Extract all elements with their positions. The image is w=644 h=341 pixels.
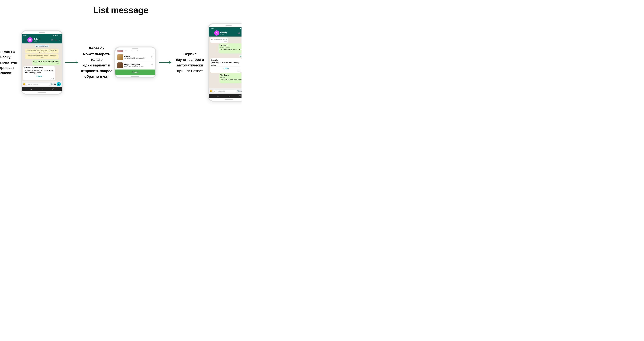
main-content: Нажимая на кнопку, пользователь открывае… [3,23,238,101]
gb3-subtitle: Cupcake [220,77,242,78]
message-input-1[interactable]: Type a message [26,83,50,86]
phone-bottom-bar-3 [209,98,242,101]
status-bar-3: 10:49 ▲▲ WiFi ■ [209,27,242,29]
status-bar-1: 10:47 ▲▲ WiFi ■ [22,34,62,36]
emoji-icon-3: 😊 [210,90,212,92]
wa-bubble-2: Cupcake! Tap to choose from one of the f… [210,58,242,73]
menu-label-1: Menu [38,75,42,77]
input-bar-1: 😊 Type a message 📎 📷 🎤 [22,81,62,87]
nav-bar-3: ◄ ○ □ [209,94,242,98]
svg-marker-1 [76,61,78,64]
nav-back-3: ◄ [217,95,219,97]
left-description: Нажимая на кнопку, пользователь открывае… [0,49,18,76]
bubble-body-1: To begin tap Menu and choose from one of… [24,70,53,74]
video-icon-3: 📹 [238,32,240,34]
chat-status-1: online [34,40,50,42]
video-icon-1: 📹 [51,39,53,41]
nav-square-1: □ [52,88,54,90]
green-bubble-1: The Cakery Choose a dessert Let us know … [218,43,242,53]
svg-marker-3 [169,61,172,64]
gb3-title: The Cakery [220,74,242,76]
list-item[interactable]: Original Doughnut Our classic sweetened … [116,61,154,69]
modal-send-btn[interactable]: SEND [115,69,155,75]
chat-area-3: one of the following options 10:47 The C… [209,36,242,88]
item-img-doughnut [117,62,123,68]
menu-label-3: Menu [224,67,228,69]
avatar-3: C [214,30,219,35]
nav-home-1: ○ [42,88,43,90]
bubble-time-1: 10:47 [24,78,54,80]
phone-top-bar-1 [22,31,62,34]
modal-list-2: Macaron Handcrafted from scratch Cupcake… [115,50,155,69]
modal-overlay-2: ✕ Dessert Macaron Handcrafted from scrat… [115,50,155,75]
mic-btn-1[interactable]: 🎤 [57,82,61,86]
item-img-cookie [117,54,123,60]
chat-name-3: Cakery [220,31,236,33]
home-bar-3 [224,99,233,100]
phone-2: 10:47 ▲▲ WiFi ■ ← C Cakery online 📹 📞 ⋮ [114,46,156,78]
nav-square-3: □ [239,95,240,97]
back-icon-1: ← [23,38,26,41]
b2-time: 10:49 [211,70,240,72]
gb3-time: 10:49 [220,81,242,82]
partial-text: one of the following options [211,38,227,40]
mid-text-1: Далее он может выбрать только один вариа… [80,45,113,79]
list-item[interactable]: Cupcake Super moist, bursting with flavo… [116,50,154,53]
menu-btn-3[interactable]: ≡ Menu [211,66,240,70]
chat-area-1: 11 AUGUST 2020 Messages to this chat and… [22,43,62,81]
list-item[interactable]: Cookie Amazingly delicious and doughy [116,53,154,61]
status-time-3: 10:49 [210,27,214,29]
wa-header-3: ← C Cakery online 📹 📞 ⋮ [209,29,242,36]
item-img-cupcake [117,50,123,52]
status-time-1: 10:47 [23,34,27,36]
arrow-svg-2 [158,59,172,66]
avatar-1: C [27,37,32,42]
message-input-3[interactable]: Type a message [213,90,237,92]
home-bar-1 [38,92,46,93]
partial-top-msg: one of the following options 10:47 [210,37,228,43]
item-info-cookie: Cookie Amazingly delicious and doughy [124,55,150,59]
nav-back-1: ◄ [30,88,32,90]
attach-icon-3: 📎 [237,90,240,92]
phone-screen-2: 10:47 ▲▲ WiFi ■ ← C Cakery online 📹 📞 ⋮ [115,50,155,75]
phone-top-bar-3 [209,24,242,27]
partial-time: 10:47 [211,40,227,42]
item-radio-doughnut[interactable] [151,64,153,66]
green-bubble-3: The Cakery Cupcake Tap to choose from on… [219,73,242,83]
status-icons-1: ▲▲ WiFi ■ [53,34,60,36]
nav-bar-1: ◄ ○ □ [22,87,62,91]
phone-1: 10:47 ▲▲ WiFi ■ ← C Cakery online 📹 📞 ⋮ [21,30,63,95]
phone-screen-3: 10:49 ▲▲ WiFi ■ ← C Cakery online 📹 📞 ⋮ [209,27,242,98]
header-info-3: Cakery online [220,31,236,35]
system-msg-1b: This chat is with a business account. Ta… [25,54,59,59]
gb1-subtitle: Choose a dessert [220,47,242,49]
modal-sheet-2: ✕ Dessert Macaron Handcrafted from scrat… [115,50,155,75]
phone-top-bar-2 [115,47,155,50]
input-bar-3: 😊 Type a message 📎 📷 🎤 [209,88,242,94]
home-bar-2 [131,76,139,77]
sent-bubble-1: Hi, I'd like a dessert from the Cakery 1… [32,60,60,65]
status-icons-3: ▲▲ WiFi ■ [240,27,242,29]
menu-btn-1[interactable]: ≡ Menu [24,74,54,78]
item-radio-cookie[interactable] [151,56,153,58]
chat-name-1: Cakery [34,38,50,40]
call-icon-3: 📞 [241,32,242,34]
phone-speaker-2 [132,48,138,49]
page-title: List message [93,5,148,15]
b2-title: Cupcake! [211,59,240,61]
menu-icon-1: ≡ [36,75,37,77]
phone-speaker-1 [39,32,45,33]
sent-time-1: 10:46 [33,63,59,65]
sent-text-1: Hi, I'd like a dessert from the Cakery [33,61,59,62]
emoji-icon-1: 😊 [23,83,26,85]
item-info-doughnut: Original Doughnut Our classic sweetened … [124,63,150,67]
call-icon-1: 📞 [54,39,57,41]
mid-text-2: Сервис изучит запрос и автоматически при… [174,51,206,74]
back-icon-3: ← [210,31,213,35]
item-desc-doughnut: Our classic sweetened dough [124,65,150,67]
nav-home-3: ○ [228,95,230,97]
chat-status-3: online [220,33,236,35]
header-icons-3: 📹 📞 ⋮ [238,32,242,34]
camera-icon-3: 📷 [240,90,242,92]
gb1-body: Let us know what you'd like to order fro… [220,49,242,51]
